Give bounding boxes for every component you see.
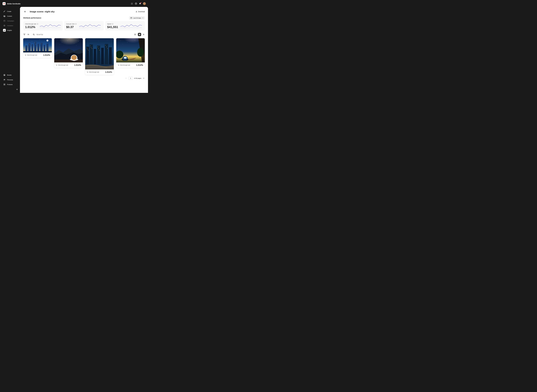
metric-card-spend[interactable]: Spend $41,551 — [105, 21, 145, 31]
asset-metric-value: 1.012% — [136, 64, 143, 66]
metric-card-cpc[interactable]: Cost per click $0.37 — [64, 21, 104, 31]
svg-rect-80 — [88, 50, 88, 50]
asset-thumbnail — [23, 38, 52, 52]
asset-card[interactable]: Click-through rate 1.012% — [116, 38, 145, 68]
sparkline-icon — [78, 23, 102, 29]
sidebar-collapse-button[interactable] — [16, 88, 18, 91]
svg-rect-43 — [44, 45, 45, 51]
personas-icon — [3, 78, 6, 81]
adobe-logo: A — [3, 2, 6, 5]
app-title: Adobe GenStudio — [7, 3, 20, 5]
sidebar-item-label: Activation — [7, 25, 13, 26]
svg-rect-84 — [98, 47, 98, 47]
info-icon[interactable] — [112, 23, 113, 25]
svg-rect-50 — [23, 51, 52, 52]
grid-view-button[interactable] — [138, 33, 141, 36]
page-input[interactable] — [129, 77, 133, 80]
sidebar: Create Content Campaigns Activation — [0, 7, 20, 93]
svg-point-62 — [69, 54, 70, 55]
products-icon — [3, 83, 6, 86]
main-content: Image scene: night sky Download Attribut… — [20, 7, 148, 93]
sidebar-item-label: Products — [7, 84, 13, 85]
list-view-button[interactable] — [133, 33, 137, 36]
sidebar-item-activation[interactable]: Activation — [2, 23, 18, 28]
metric-label: Spend — [107, 23, 118, 25]
info-icon[interactable] — [75, 23, 77, 25]
svg-point-6 — [131, 4, 131, 5]
image-stack-icon — [3, 15, 6, 18]
asset-card[interactable]: Click-through rate 1.012% — [54, 38, 83, 68]
svg-point-69 — [98, 41, 98, 41]
page-title: Image scene: night sky — [30, 10, 55, 13]
sparkline-icon — [120, 23, 143, 29]
date-range-picker[interactable]: Last 30 days — [129, 16, 145, 19]
apps-icon[interactable] — [131, 3, 133, 5]
sidebar-item-personas[interactable]: Personas — [2, 77, 18, 82]
svg-rect-21 — [131, 17, 132, 19]
metric-card-ctr[interactable]: Click-through rate 1.012% — [23, 21, 63, 31]
sidebar-item-products[interactable]: Products — [2, 82, 18, 87]
svg-point-95 — [123, 44, 123, 44]
search-button[interactable] — [32, 33, 35, 36]
filter-button[interactable] — [23, 33, 26, 36]
svg-point-7 — [132, 4, 132, 5]
svg-rect-88 — [106, 47, 107, 47]
notifications-icon[interactable] — [139, 3, 141, 5]
svg-point-5 — [132, 3, 133, 4]
help-icon[interactable] — [135, 3, 137, 5]
svg-point-57 — [78, 41, 79, 41]
download-label: Download — [138, 11, 145, 13]
asset-metric-value: 1.012% — [43, 54, 50, 56]
svg-rect-38 — [28, 43, 31, 51]
asset-thumbnail — [116, 38, 145, 62]
asset-metric-label: Click-through rate — [118, 64, 130, 66]
svg-point-10 — [136, 4, 136, 4]
sidebar-item-brands[interactable]: Brands — [2, 73, 18, 77]
svg-point-53 — [57, 40, 58, 40]
svg-point-70 — [107, 41, 107, 41]
settings-button[interactable] — [142, 33, 145, 36]
svg-rect-71 — [86, 47, 89, 64]
page-prev-button[interactable] — [125, 77, 127, 79]
svg-point-35 — [40, 40, 40, 40]
svg-point-16 — [5, 79, 5, 80]
calendar-icon — [3, 19, 6, 22]
svg-point-100 — [124, 57, 127, 59]
sort-button[interactable] — [27, 33, 29, 36]
svg-rect-73 — [94, 49, 96, 64]
asset-card[interactable]: Click-through rate 1.012% — [85, 38, 114, 75]
svg-rect-40 — [34, 41, 37, 51]
results-toolbar: 712 of 712 — [23, 33, 145, 36]
sidebar-item-content[interactable]: Content — [2, 14, 18, 19]
cursor-icon — [25, 55, 26, 56]
avatar[interactable] — [143, 2, 146, 5]
svg-rect-49 — [41, 44, 41, 44]
svg-rect-83 — [92, 48, 92, 49]
svg-point-55 — [67, 41, 67, 41]
metrics-row: Click-through rate 1.012% Cost per click — [23, 21, 145, 31]
sidebar-item-label: Campaigns — [7, 20, 14, 22]
asset-card[interactable]: Click-through rate 1.012% — [23, 38, 52, 58]
svg-point-36 — [44, 42, 44, 42]
download-icon — [135, 11, 137, 13]
svg-point-19 — [4, 85, 4, 85]
sidebar-item-insights[interactable]: Insights — [2, 28, 18, 33]
svg-rect-46 — [29, 45, 30, 45]
svg-rect-77 — [109, 47, 112, 64]
back-button[interactable] — [23, 10, 27, 13]
sidebar-item-campaigns[interactable]: Campaigns — [2, 19, 18, 23]
info-icon[interactable] — [37, 23, 38, 25]
cursor-icon — [118, 65, 119, 66]
svg-point-61 — [64, 56, 64, 56]
page-next-button[interactable] — [143, 77, 145, 79]
calendar-icon — [130, 17, 132, 19]
svg-point-34 — [32, 41, 32, 42]
svg-rect-81 — [90, 46, 90, 46]
svg-rect-63 — [54, 59, 83, 62]
brand-icon — [3, 74, 6, 76]
svg-rect-26 — [139, 34, 139, 34]
download-button[interactable]: Download — [135, 11, 145, 13]
result-count: 712 of 712 — [36, 34, 43, 35]
svg-rect-86 — [99, 50, 100, 50]
sidebar-item-create[interactable]: Create — [2, 9, 18, 14]
